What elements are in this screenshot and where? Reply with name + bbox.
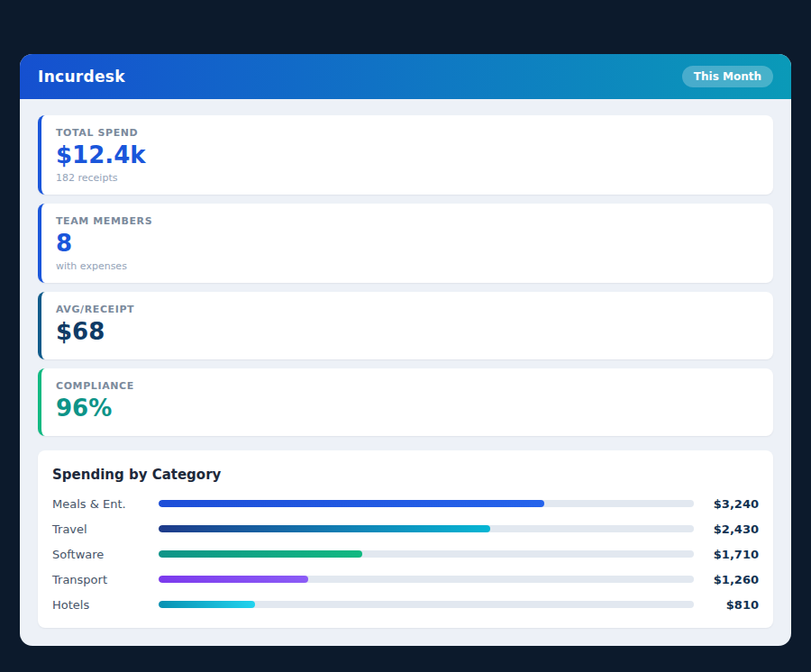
stat-label: COMPLIANCE (56, 380, 759, 392)
bar-fill (159, 500, 544, 507)
bar-track (159, 525, 694, 532)
stat-card-avg-receipt: AVG/RECEIPT $68 (38, 292, 773, 359)
dashboard-panel: Incurdesk This Month TOTAL SPEND $12.4k … (20, 54, 791, 646)
bar-fill (159, 601, 255, 608)
bar-track (159, 550, 694, 558)
category-amount: $1,710 (694, 548, 759, 561)
category-label: Hotels (52, 598, 159, 612)
app-title: Incurdesk (38, 68, 125, 86)
bar-track (159, 500, 694, 507)
chart-row-hotels: Hotels $810 (52, 598, 759, 612)
chart-row-software: Software $1,710 (52, 548, 759, 561)
category-amount: $810 (694, 598, 759, 612)
bar-fill (159, 525, 490, 532)
stat-value: 96% (56, 395, 759, 422)
chart-row-travel: Travel $2,430 (52, 522, 759, 536)
app-header: Incurdesk This Month (20, 54, 791, 99)
stat-subtext: with expenses (56, 260, 759, 272)
stat-label: AVG/RECEIPT (56, 304, 759, 315)
stat-label: TOTAL SPEND (56, 127, 759, 139)
stat-card-total-spend: TOTAL SPEND $12.4k 182 receipts (38, 115, 773, 195)
dashboard-body: TOTAL SPEND $12.4k 182 receipts TEAM MEM… (20, 99, 791, 646)
chart-title: Spending by Category (52, 467, 759, 483)
category-label: Meals & Ent. (52, 497, 159, 511)
period-badge[interactable]: This Month (682, 66, 773, 87)
bar-track (159, 601, 694, 608)
category-amount: $2,430 (694, 522, 759, 536)
category-label: Software (52, 548, 159, 561)
category-label: Travel (52, 522, 159, 536)
stat-subtext: 182 receipts (56, 172, 759, 184)
bar-fill (159, 550, 362, 558)
spending-by-category-card: Spending by Category Meals & Ent. $3,240… (38, 450, 773, 628)
stat-card-compliance: COMPLIANCE 96% (38, 368, 773, 436)
stat-label: TEAM MEMBERS (56, 215, 759, 227)
stat-value: $12.4k (56, 142, 759, 169)
chart-row-meals: Meals & Ent. $3,240 (52, 497, 759, 511)
category-amount: $3,240 (694, 497, 759, 511)
bar-fill (159, 576, 308, 583)
category-amount: $1,260 (694, 573, 759, 586)
chart-row-transport: Transport $1,260 (52, 573, 759, 586)
stat-value: 8 (56, 231, 759, 258)
bar-track (159, 576, 694, 583)
stat-value: $68 (56, 319, 759, 346)
stat-card-team-members: TEAM MEMBERS 8 with expenses (38, 204, 773, 283)
category-label: Transport (52, 573, 159, 586)
